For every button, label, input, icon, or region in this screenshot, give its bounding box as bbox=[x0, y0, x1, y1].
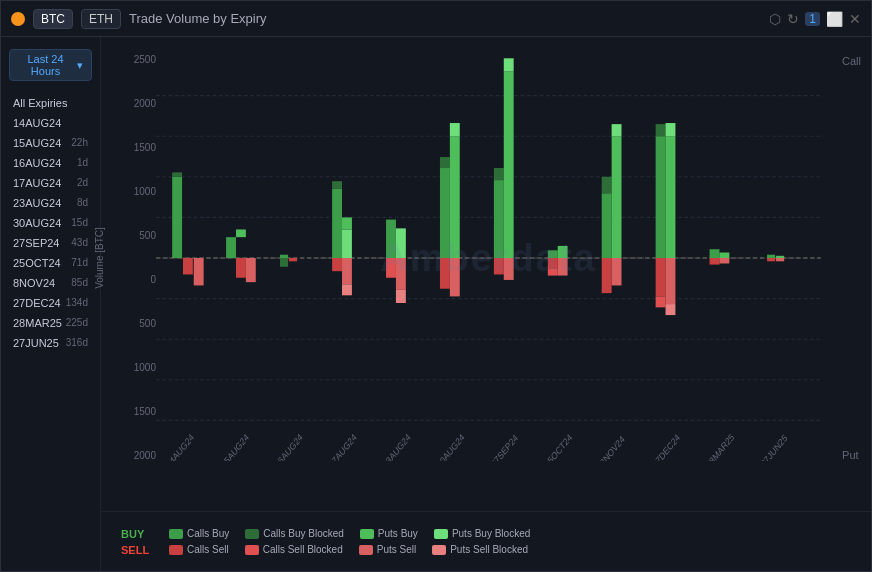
bar-8nov-calls-sell bbox=[602, 258, 612, 293]
main-window: BTC ETH Trade Volume by Expiry ⬡ ↻ 1 ⬜ ✕… bbox=[0, 0, 872, 572]
sidebar-item-27dec[interactable]: 27DEC24 134d bbox=[1, 293, 100, 313]
bar-27dec-puts-buy-blocked bbox=[666, 123, 676, 136]
sidebar-item-14aug[interactable]: 14AUG24 bbox=[1, 113, 100, 133]
bar-25oct-puts-buy bbox=[558, 246, 568, 258]
sidebar-item-meta: 8d bbox=[77, 197, 88, 209]
bar-17aug-puts-sell bbox=[342, 258, 352, 284]
info-icon[interactable]: 1 bbox=[805, 12, 820, 26]
y-label-neg500: 500 bbox=[139, 319, 156, 329]
external-link-icon[interactable]: ⬡ bbox=[769, 11, 781, 27]
sidebar-item-27jun[interactable]: 27JUN25 316d bbox=[1, 333, 100, 353]
window-controls: ⬡ ↻ 1 ⬜ ✕ bbox=[769, 11, 861, 27]
chart-svg-element: 14AUG24 15AUG24 16AUG24 17AUG24 23AUG24 … bbox=[156, 55, 821, 461]
buy-legend-label: BUY bbox=[121, 528, 153, 540]
bar-23aug-puts-sell-blocked bbox=[396, 290, 406, 303]
calls-buy-label: Calls Buy bbox=[187, 528, 229, 539]
legend-calls-sell: Calls Sell bbox=[169, 544, 229, 555]
puts-buy-swatch bbox=[360, 529, 374, 539]
chart-area: Volume [BTC] 2500 2000 1500 1000 500 0 5… bbox=[101, 37, 871, 571]
btc-icon bbox=[11, 12, 25, 26]
x-label-8nov: 8NOV24 bbox=[598, 434, 626, 461]
sidebar-item-meta: 85d bbox=[71, 277, 88, 289]
bar-27dec-puts-sell bbox=[666, 258, 676, 304]
x-label-28mar: 28MAR25 bbox=[704, 432, 736, 461]
maximize-icon[interactable]: ⬜ bbox=[826, 11, 843, 27]
sidebar-item-meta: 22h bbox=[71, 137, 88, 149]
bar-27sep-puts-buy bbox=[504, 71, 514, 258]
sidebar-item-label: 27SEP24 bbox=[13, 237, 59, 249]
sidebar-item-all[interactable]: All Expiries bbox=[1, 93, 100, 113]
bar-27sep-puts-buy-blocked bbox=[504, 58, 514, 71]
sidebar-item-label: 27JUN25 bbox=[13, 337, 59, 349]
close-icon[interactable]: ✕ bbox=[849, 11, 861, 27]
sidebar-item-23aug[interactable]: 23AUG24 8d bbox=[1, 193, 100, 213]
bar-27jun-calls-sell bbox=[767, 258, 775, 261]
bar-27dec-puts-sell-blocked bbox=[666, 304, 676, 315]
sidebar-item-27sep[interactable]: 27SEP24 43d bbox=[1, 233, 100, 253]
sidebar-item-15aug[interactable]: 15AUG24 22h bbox=[1, 133, 100, 153]
y-label-2000: 2000 bbox=[134, 99, 156, 109]
sidebar-item-label: 30AUG24 bbox=[13, 217, 61, 229]
bar-23aug-calls-buy bbox=[386, 220, 396, 258]
bar-8nov-puts-sell bbox=[612, 258, 622, 285]
bar-15aug-calls-buy bbox=[226, 237, 236, 258]
bar-17aug-calls-buy-blocked bbox=[332, 181, 342, 189]
bar-14aug-calls-buy bbox=[172, 177, 182, 258]
bar-14aug-puts-sell bbox=[194, 258, 204, 285]
bar-23aug-puts-buy-blocked bbox=[396, 228, 406, 258]
bar-8nov-puts-buy bbox=[612, 136, 622, 258]
refresh-icon[interactable]: ↻ bbox=[787, 11, 799, 27]
legend-buy-row: BUY Calls Buy Calls Buy Blocked Puts Buy bbox=[121, 528, 851, 540]
sidebar-item-17aug[interactable]: 17AUG24 2d bbox=[1, 173, 100, 193]
puts-sell-swatch bbox=[359, 545, 373, 555]
sidebar-item-label: 14AUG24 bbox=[13, 117, 61, 129]
x-label-23aug: 23AUG24 bbox=[381, 432, 412, 461]
sidebar-item-label: 23AUG24 bbox=[13, 197, 61, 209]
btc-button[interactable]: BTC bbox=[33, 9, 73, 29]
y-label-500: 500 bbox=[139, 231, 156, 241]
sidebar-item-25oct[interactable]: 25OCT24 71d bbox=[1, 253, 100, 273]
bar-30aug-calls-buy-blocked bbox=[440, 157, 450, 168]
bar-8nov-puts-buy-blocked bbox=[612, 124, 622, 136]
sidebar-item-16aug[interactable]: 16AUG24 1d bbox=[1, 153, 100, 173]
legend-puts-buy-blocked: Puts Buy Blocked bbox=[434, 528, 530, 539]
y-label-1000: 1000 bbox=[134, 187, 156, 197]
sidebar-item-label: All Expiries bbox=[13, 97, 67, 109]
sidebar-item-8nov[interactable]: 8NOV24 85d bbox=[1, 273, 100, 293]
legend-sell-row: SELL Calls Sell Calls Sell Blocked Puts … bbox=[121, 544, 851, 556]
y-label-2500: 2500 bbox=[134, 55, 156, 65]
bar-27jun-puts-buy bbox=[776, 256, 784, 258]
bar-28mar-calls-sell bbox=[710, 258, 720, 265]
bar-25oct-calls-sell bbox=[548, 258, 558, 269]
sidebar-item-30aug[interactable]: 30AUG24 15d bbox=[1, 213, 100, 233]
bar-27jun-puts-sell bbox=[776, 258, 784, 261]
legend-puts-buy: Puts Buy bbox=[360, 528, 418, 539]
puts-sell-label: Puts Sell bbox=[377, 544, 416, 555]
calls-sell-blocked-label: Calls Sell Blocked bbox=[263, 544, 343, 555]
x-label-30aug: 30AUG24 bbox=[435, 432, 466, 461]
bar-27sep-puts-sell bbox=[504, 258, 514, 280]
bar-30aug-calls-buy bbox=[440, 168, 450, 258]
bar-27dec-calls-buy bbox=[656, 136, 666, 258]
bar-27sep-calls-buy bbox=[494, 180, 504, 258]
sidebar-item-meta: 71d bbox=[71, 257, 88, 269]
sidebar-item-label: 8NOV24 bbox=[13, 277, 55, 289]
window-title: Trade Volume by Expiry bbox=[129, 11, 761, 26]
sidebar-item-meta: 1d bbox=[77, 157, 88, 169]
legend-puts-sell-blocked: Puts Sell Blocked bbox=[432, 544, 528, 555]
calls-sell-blocked-swatch bbox=[245, 545, 259, 555]
bar-16aug-calls-buy bbox=[280, 255, 288, 258]
x-label-27dec: 27DEC24 bbox=[651, 432, 682, 461]
bar-28mar-calls-buy bbox=[710, 249, 720, 258]
sidebar-item-meta: 43d bbox=[71, 237, 88, 249]
time-filter-button[interactable]: Last 24 Hours ▾ bbox=[9, 49, 92, 81]
bar-28mar-puts-buy bbox=[719, 253, 729, 258]
calls-sell-label: Calls Sell bbox=[187, 544, 229, 555]
sidebar-item-label: 27DEC24 bbox=[13, 297, 61, 309]
bar-23aug-puts-sell bbox=[396, 258, 406, 290]
sidebar: Last 24 Hours ▾ All Expiries 14AUG24 15A… bbox=[1, 37, 101, 571]
sidebar-item-28mar[interactable]: 28MAR25 225d bbox=[1, 313, 100, 333]
eth-button[interactable]: ETH bbox=[81, 9, 121, 29]
titlebar: BTC ETH Trade Volume by Expiry ⬡ ↻ 1 ⬜ ✕ bbox=[1, 1, 871, 37]
side-labels: Call Put bbox=[842, 55, 861, 461]
